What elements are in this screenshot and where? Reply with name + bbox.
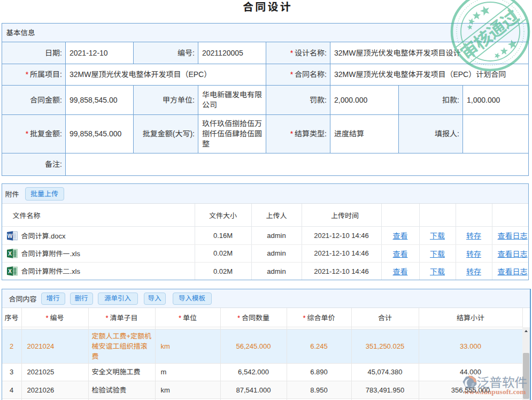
svg-text:X: X	[8, 268, 12, 274]
svg-text:W: W	[7, 233, 12, 239]
svg-text:X: X	[8, 250, 12, 256]
svg-text:审核通过: 审核通过	[454, 3, 523, 64]
